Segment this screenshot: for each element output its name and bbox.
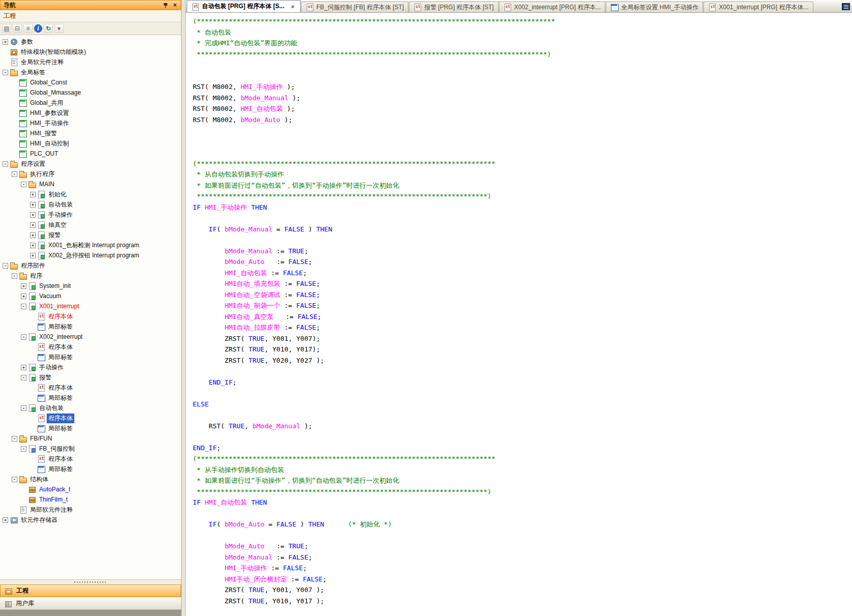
code-line[interactable]: bMode_Auto := TRUE; (193, 541, 852, 552)
tree-item[interactable]: -报警 (0, 372, 181, 383)
code-line[interactable] (193, 213, 852, 224)
code-line[interactable]: bMode_Manual := FALSE; (193, 552, 852, 563)
expand-icon[interactable]: + (30, 192, 36, 197)
tree-item[interactable]: +报警 (0, 230, 181, 240)
code-line[interactable]: * 如果前面进行过“自动包装”，切换到“手动操作”时进行一次初始化 (193, 180, 852, 191)
project-view-button[interactable]: 工程 (0, 584, 181, 597)
document-tab[interactable]: FB_伺服控制 [FB] 程序本体 [ST] (301, 2, 408, 12)
code-line[interactable] (193, 388, 852, 399)
tab-close-icon[interactable]: × (289, 3, 296, 10)
tree-item[interactable]: +抽真空 (0, 220, 181, 230)
code-line[interactable]: HMI_自动包装 := FALSE; (193, 268, 852, 279)
code-line[interactable]: ****************************************… (193, 49, 852, 60)
code-line[interactable]: * 完成HMI“自动包装”界面的功能 (193, 38, 852, 49)
tree-item[interactable]: 全局软元件注释 (0, 57, 181, 67)
code-line[interactable] (193, 125, 852, 136)
code-line[interactable]: IF HMI_手动操作 THEN (193, 202, 852, 213)
code-line[interactable]: (***************************************… (193, 453, 852, 464)
collapse-icon[interactable]: - (12, 273, 17, 279)
tree-item[interactable]: AutoPack_t (0, 484, 181, 494)
collapse-icon[interactable]: - (21, 304, 26, 309)
tree-item[interactable]: -结构体 (0, 474, 181, 484)
code-line[interactable]: ZRST( TRUE, Y010, Y017 ); (193, 596, 852, 607)
code-line[interactable]: RST( M8002, bMode_Auto ); (193, 114, 852, 126)
code-line[interactable]: HMI手动_闭合横封室 := FALSE; (193, 574, 852, 585)
expand-icon[interactable]: + (30, 253, 36, 258)
code-line[interactable] (193, 366, 852, 377)
collapse-all-icon[interactable]: ⊟ (13, 24, 22, 33)
collapse-icon[interactable]: - (21, 334, 26, 340)
code-line[interactable]: ELSE (193, 399, 852, 410)
tree-item[interactable]: HMI_手动操作 (0, 118, 181, 128)
code-line[interactable]: END_IF; (193, 377, 852, 388)
code-line[interactable]: ****************************************… (193, 191, 852, 202)
st-code-editor[interactable]: (***************************************… (186, 13, 852, 616)
collapse-icon[interactable]: - (12, 477, 17, 482)
panel-grip[interactable] (0, 580, 181, 584)
code-line[interactable]: HMI自动_拉膜皮带 := FALSE; (193, 322, 852, 333)
tree-item[interactable]: -程序 (0, 271, 181, 281)
tree-item[interactable]: HMI_自动控制 (0, 138, 181, 149)
tree-item[interactable]: 局部标签 (0, 464, 181, 474)
tree-item[interactable]: +X002_急停按钮 Interrupt program (0, 250, 181, 260)
code-line[interactable]: * 如果前面进行过“手动操作”，切换到“自动包装”时进行一次初始化 (193, 475, 852, 486)
code-line[interactable]: HMI_手动操作 := FALSE; (193, 563, 852, 574)
code-line[interactable] (193, 60, 852, 71)
code-line[interactable]: HMI自动_空袋调试 := FALSE; (193, 289, 852, 301)
expand-icon[interactable]: + (30, 243, 36, 248)
tree-item[interactable]: -程序部件 (0, 260, 181, 271)
expand-icon[interactable]: + (30, 232, 36, 238)
tree-item[interactable]: -FB/FUN (0, 433, 181, 444)
tree-item[interactable]: 程序本体 (0, 342, 181, 352)
code-line[interactable]: IF HMI_自动包装 THEN (193, 497, 852, 508)
tree-item[interactable]: +自动包装 (0, 199, 181, 210)
expand-icon[interactable]: + (3, 39, 8, 45)
code-line[interactable]: * 从自动包装切换到手动操作 (193, 169, 852, 180)
tree-item[interactable]: -自动包装 (0, 403, 181, 413)
code-line[interactable]: HMI自动_填充包装 := FALSE; (193, 278, 852, 289)
tree-item[interactable]: +Vacuum (0, 291, 181, 301)
code-line[interactable]: RST( TRUE, bMode_Manual ); (193, 421, 852, 432)
info-icon[interactable]: i (34, 24, 42, 33)
tree-item[interactable]: 程序本体 (0, 311, 181, 321)
tree-item[interactable]: -执行程序 (0, 169, 181, 179)
tree-item[interactable]: 程序本体 (0, 413, 181, 423)
tree-item[interactable]: +软元件存储器 (0, 515, 181, 525)
code-line[interactable]: IF( bMode_Auto = FALSE ) THEN (* 初始化 *) (193, 519, 852, 530)
tree-item[interactable]: 局部软元件注释 (0, 505, 181, 515)
document-tab[interactable]: 报警 [PRG] 程序本体 [ST] (409, 2, 498, 12)
expand-icon[interactable]: + (21, 283, 26, 289)
expand-icon[interactable]: + (30, 202, 36, 208)
tree-item[interactable]: 局部标签 (0, 321, 181, 332)
expand-icon[interactable]: + (30, 222, 36, 228)
tree-item[interactable]: ThinFilm_t (0, 494, 181, 505)
expand-icon[interactable]: + (3, 517, 8, 523)
code-line[interactable]: ZRST( TRUE, Y001, Y007); (193, 333, 852, 344)
tree-item[interactable]: -全局标签 (0, 67, 181, 77)
tree-item[interactable]: 局部标签 (0, 423, 181, 433)
refresh-icon[interactable]: ↻ (44, 24, 53, 33)
document-tab[interactable]: X001_interrupt [PRG] 程序本体... (703, 2, 813, 12)
tree-item[interactable]: 程序本体 (0, 383, 181, 393)
code-line[interactable] (193, 71, 852, 82)
tree-item[interactable]: 程序本体 (0, 454, 181, 464)
collapse-icon[interactable]: - (21, 446, 26, 452)
document-tab[interactable]: X002_inteerrupt [PRG] 程序本... (499, 2, 606, 12)
code-line[interactable]: IF( bMode_Manual = FALSE ) THEN (193, 224, 852, 235)
code-line[interactable] (193, 530, 852, 541)
collapse-icon[interactable]: - (12, 436, 17, 442)
tree-item[interactable]: -程序设置 (0, 159, 181, 169)
code-line[interactable]: bMode_Auto := FALSE; (193, 256, 852, 268)
user-library-view-button[interactable]: 用户库 (0, 597, 181, 610)
expand-icon[interactable]: + (21, 294, 26, 299)
tree-item[interactable]: +X001_色标检测 Interrupt program (0, 240, 181, 250)
tree-item[interactable]: +System_init (0, 281, 181, 291)
code-line[interactable]: END_IF; (193, 443, 852, 454)
tree-item[interactable]: +手动操作 (0, 362, 181, 372)
tree-item[interactable]: Global_Const (0, 77, 181, 87)
tree-item[interactable]: HMI_报警 (0, 128, 181, 138)
code-line[interactable] (193, 234, 852, 246)
expand-icon[interactable]: + (21, 365, 26, 370)
tree-item[interactable]: +参数 (0, 37, 181, 47)
tree-item[interactable]: 局部标签 (0, 352, 181, 362)
